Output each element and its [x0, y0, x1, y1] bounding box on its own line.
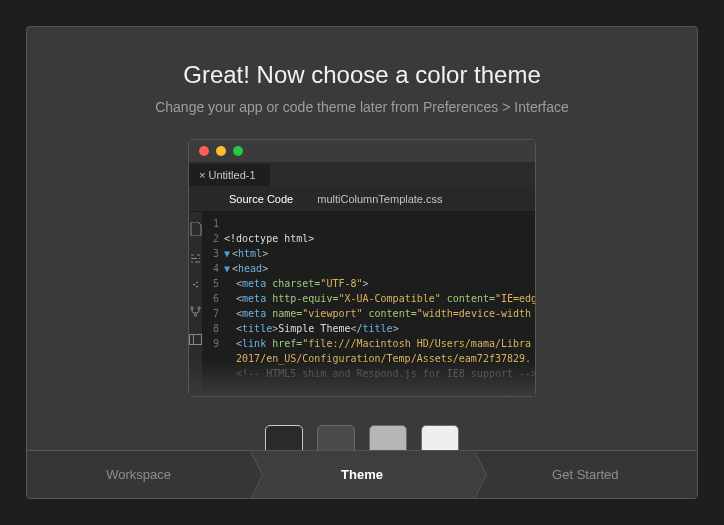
subtab-source-code: Source Code — [229, 193, 293, 205]
svg-point-2 — [194, 314, 196, 316]
panel-icon — [189, 334, 202, 345]
close-icon — [199, 146, 209, 156]
editor-toolbar: ⁖ — [189, 212, 202, 396]
step-label: Get Started — [552, 467, 618, 482]
code-area: ⁖ 1 2 3 4 5 6 7 8 9 <!doctype html> ▼<ht… — [189, 212, 535, 396]
step-label: Workspace — [106, 467, 171, 482]
editor-tab: × Untitled-1 — [189, 164, 270, 186]
chevron-right-icon — [474, 451, 486, 499]
chevron-right-icon — [250, 451, 262, 499]
dialog-title: Great! Now choose a color theme — [183, 61, 541, 89]
editor-preview: × Untitled-1 Source Code multiColumnTemp… — [188, 139, 536, 397]
code-lines: <!doctype html> ▼<html> ▼<head> <meta ch… — [224, 212, 536, 396]
step-workspace[interactable]: Workspace — [27, 450, 250, 498]
settings-icon — [189, 252, 202, 265]
dots-icon: ⁖ — [192, 281, 199, 289]
svg-point-1 — [198, 307, 200, 309]
file-icon — [190, 222, 202, 236]
onboarding-dialog: Great! Now choose a color theme Change y… — [26, 26, 698, 499]
editor-subtabs: Source Code multiColumnTemplate.css — [189, 186, 535, 212]
svg-point-0 — [191, 307, 193, 309]
step-label: Theme — [341, 467, 383, 482]
branch-icon — [189, 305, 202, 318]
step-bar: Workspace Theme Get Started — [27, 450, 697, 498]
dialog-subtitle: Change your app or code theme later from… — [155, 99, 569, 115]
maximize-icon — [233, 146, 243, 156]
step-get-started[interactable]: Get Started — [474, 450, 697, 498]
code-block: 1 2 3 4 5 6 7 8 9 <!doctype html> ▼<html… — [202, 212, 536, 396]
line-numbers: 1 2 3 4 5 6 7 8 9 — [202, 212, 224, 396]
window-titlebar — [189, 140, 535, 162]
minimize-icon — [216, 146, 226, 156]
subtab-file: multiColumnTemplate.css — [317, 193, 442, 205]
step-theme[interactable]: Theme — [250, 450, 473, 498]
editor-tabbar: × Untitled-1 — [189, 162, 535, 186]
svg-rect-3 — [190, 335, 202, 345]
